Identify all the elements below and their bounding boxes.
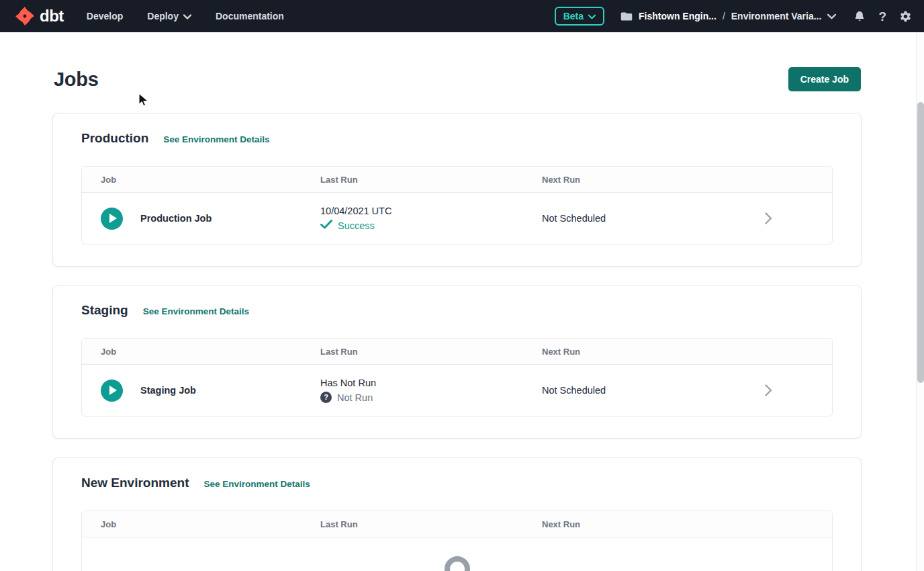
column-header-next-run: Next Run <box>542 519 765 529</box>
play-icon <box>109 386 117 395</box>
nav-item-deploy[interactable]: Deploy <box>147 11 191 21</box>
last-run-date: Has Not Run <box>320 378 542 388</box>
jobs-table: Job Last Run Next Run <box>81 511 833 571</box>
beta-dropdown[interactable]: Beta <box>555 7 604 26</box>
chevron-right-icon[interactable] <box>765 384 832 396</box>
status-label: Not Run <box>337 392 373 403</box>
help-icon[interactable]: ? <box>878 10 886 23</box>
create-job-button[interactable]: Create Job <box>788 67 861 91</box>
breadcrumb-account[interactable]: Fishtown Engin... <box>639 11 717 21</box>
help-icon-glyph: ? <box>878 10 886 23</box>
jobs-table-header: Job Last Run Next Run <box>82 167 832 193</box>
column-header-next-run: Next Run <box>542 175 765 185</box>
top-navbar: dbt Develop Deploy Documentation Beta <box>0 0 924 32</box>
chevron-down-icon <box>588 11 596 21</box>
last-run-status: ? Not Run <box>320 392 542 403</box>
nav-item-develop-label: Develop <box>87 11 123 21</box>
success-check-icon <box>320 220 332 232</box>
environment-card-staging: Staging See Environment Details Job Last… <box>52 285 862 439</box>
chevron-down-icon[interactable] <box>827 10 836 22</box>
run-job-play-button[interactable] <box>101 380 123 402</box>
nav-utility-icons: ? <box>853 10 912 23</box>
environment-name: New Environment <box>81 476 189 490</box>
environment-name: Staging <box>81 303 128 318</box>
environment-name: Production <box>81 131 148 146</box>
folder-icon <box>620 11 633 21</box>
see-environment-details-link[interactable]: See Environment Details <box>143 306 249 316</box>
job-row-staging[interactable]: Staging Job Has Not Run ? Not Run Not Sc… <box>82 365 832 416</box>
dbt-logo-text: dbt <box>40 7 64 26</box>
settings-gear-icon[interactable] <box>899 10 912 23</box>
dbt-logo-icon <box>15 6 35 26</box>
play-icon <box>109 214 117 223</box>
jobs-table: Job Last Run Next Run Staging Job Has No… <box>81 338 833 416</box>
see-environment-details-link[interactable]: See Environment Details <box>203 479 310 489</box>
last-run-cell: Has Not Run ? Not Run <box>320 378 542 403</box>
column-header-job: Job <box>82 347 320 357</box>
run-job-play-button[interactable] <box>101 208 123 230</box>
environment-card-production: Production See Environment Details Job L… <box>52 113 862 267</box>
environment-card-header: New Environment See Environment Details <box>81 476 833 490</box>
status-label: Success <box>338 220 375 231</box>
empty-state-help-icon <box>445 556 470 571</box>
jobs-page: dbt Develop Deploy Documentation Beta <box>0 0 924 571</box>
job-name[interactable]: Production Job <box>140 213 212 224</box>
column-header-last-run: Last Run <box>320 175 542 185</box>
column-header-next-run: Next Run <box>542 347 765 357</box>
jobs-table: Job Last Run Next Run Production Job 10/… <box>81 166 833 245</box>
job-name[interactable]: Staging Job <box>140 385 196 396</box>
main-content: Jobs Create Job Production See Environme… <box>0 32 916 571</box>
beta-label: Beta <box>563 11 584 21</box>
not-run-question-icon: ? <box>320 392 332 403</box>
chevron-down-icon <box>183 11 191 21</box>
jobs-table-header: Job Last Run Next Run <box>82 511 832 537</box>
page-title: Jobs <box>54 69 99 91</box>
primary-nav: Develop Deploy Documentation <box>87 11 284 21</box>
job-cell: Staging Job <box>82 380 320 402</box>
breadcrumb: Fishtown Engin... / Environment Varia... <box>620 10 836 22</box>
last-run-cell: 10/04/2021 UTC Success <box>320 206 542 232</box>
page-header: Jobs Create Job <box>54 67 861 91</box>
environment-card-new-environment: New Environment See Environment Details … <box>52 457 862 571</box>
breadcrumb-separator: / <box>723 11 725 21</box>
environment-card-header: Production See Environment Details <box>81 131 833 146</box>
last-run-date: 10/04/2021 UTC <box>320 206 542 216</box>
column-header-last-run: Last Run <box>320 519 542 529</box>
scrollbar-track[interactable] <box>916 32 924 571</box>
column-header-job: Job <box>82 175 320 185</box>
notifications-bell-icon[interactable] <box>853 10 866 23</box>
last-run-status: Success <box>320 220 542 232</box>
nav-item-documentation[interactable]: Documentation <box>216 11 284 21</box>
nav-item-develop[interactable]: Develop <box>87 11 123 21</box>
next-run-cell: Not Scheduled <box>542 213 765 224</box>
dbt-logo[interactable]: dbt <box>15 6 64 26</box>
next-run-cell: Not Scheduled <box>542 385 765 396</box>
job-row-production[interactable]: Production Job 10/04/2021 UTC Success No… <box>82 193 832 244</box>
breadcrumb-project[interactable]: Environment Varia... <box>731 11 822 21</box>
scrollbar-thumb[interactable] <box>917 102 924 383</box>
nav-item-documentation-label: Documentation <box>216 11 284 21</box>
column-header-job: Job <box>82 519 320 529</box>
chevron-right-icon[interactable] <box>765 212 832 224</box>
see-environment-details-link[interactable]: See Environment Details <box>163 134 269 144</box>
empty-jobs-state <box>82 537 832 571</box>
jobs-table-header: Job Last Run Next Run <box>82 339 832 365</box>
nav-item-deploy-label: Deploy <box>147 11 179 21</box>
job-cell: Production Job <box>82 208 320 230</box>
column-header-last-run: Last Run <box>320 347 542 357</box>
environment-card-header: Staging See Environment Details <box>81 303 833 318</box>
